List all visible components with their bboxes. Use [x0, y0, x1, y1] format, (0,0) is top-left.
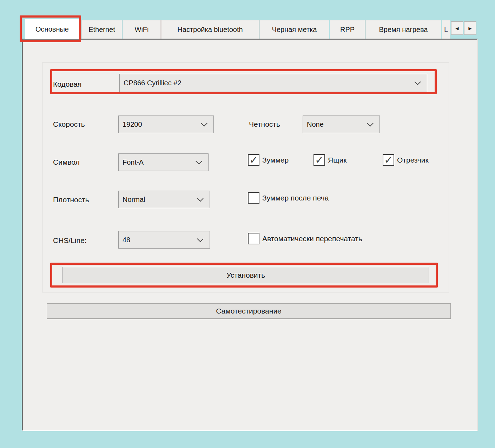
density-select[interactable]: Normal	[118, 191, 210, 208]
tab-osnovnye[interactable]: Основные	[25, 19, 79, 39]
drawer-checkbox-label: Ящик	[328, 156, 346, 164]
chevron-down-icon	[197, 236, 203, 242]
symbol-select[interactable]: Font-A	[118, 153, 209, 171]
tab-heat-time[interactable]: Время нагрева	[365, 20, 441, 39]
chevron-down-icon	[414, 79, 421, 85]
buzzer-checkbox[interactable]: ✓ Зуммер	[248, 154, 289, 166]
auto-reprint-checkbox[interactable]: Автоматически перепечатать	[248, 233, 362, 244]
settings-group-box	[42, 62, 449, 292]
checkbox-unchecked-icon	[248, 192, 259, 204]
checkbox-unchecked-icon	[248, 233, 259, 244]
codepage-value: CP866 Cyrilliec #2	[124, 79, 182, 87]
tab-scroll-left-button[interactable]: ◄	[451, 21, 463, 35]
checkbox-checked-icon: ✓	[314, 154, 325, 166]
arrow-left-icon: ◄	[455, 25, 460, 31]
symbol-value: Font-A	[123, 158, 144, 166]
tab-wifi[interactable]: WiFi	[123, 20, 161, 39]
codepage-label: Кодовая	[53, 80, 81, 89]
cutter-checkbox[interactable]: ✓ Отрезчик	[383, 154, 429, 166]
tab-rpp[interactable]: RPP	[330, 20, 365, 39]
tab-label: Время нагрева	[379, 26, 428, 34]
density-value: Normal	[123, 196, 145, 204]
tab-label: Основные	[35, 25, 69, 33]
set-button-label: Установить	[226, 271, 265, 279]
tab-bluetooth-setup[interactable]: Настройка bluetooth	[161, 20, 259, 39]
tab-partial[interactable]: L	[442, 20, 450, 39]
buzzer-after-print-checkbox[interactable]: Зуммер после печа	[248, 192, 329, 204]
chs-line-value: 48	[123, 236, 130, 244]
buzzer-after-print-label: Зуммер после печа	[262, 194, 329, 202]
parity-select[interactable]: None	[303, 116, 380, 133]
chevron-down-icon	[367, 120, 373, 126]
tab-label: Черная метка	[272, 26, 317, 34]
selftest-button-label: Самотестирование	[216, 307, 282, 315]
speed-value: 19200	[123, 120, 142, 129]
tab-scroll-right-button[interactable]: ►	[464, 21, 476, 35]
cutter-checkbox-label: Отрезчик	[397, 156, 429, 164]
codepage-select[interactable]: CP866 Cyrilliec #2	[119, 74, 427, 92]
tab-label: Настройка bluetooth	[177, 26, 243, 34]
auto-reprint-label: Автоматически перепечатать	[262, 235, 362, 243]
speed-select[interactable]: 19200	[118, 116, 214, 133]
chevron-down-icon	[197, 195, 203, 202]
set-button[interactable]: Установить	[62, 267, 429, 283]
parity-value: None	[307, 120, 324, 129]
checkbox-checked-icon: ✓	[248, 154, 259, 166]
symbol-label: Символ	[53, 158, 80, 167]
tab-label: Ethernet	[88, 26, 115, 34]
drawer-checkbox[interactable]: ✓ Ящик	[314, 154, 346, 166]
tab-ethernet[interactable]: Ethernet	[81, 20, 122, 39]
parity-label: Четность	[249, 120, 280, 129]
speed-label: Скорость	[53, 120, 85, 129]
arrow-right-icon: ►	[468, 25, 473, 31]
tab-label: WiFi	[135, 26, 149, 34]
checkbox-checked-icon: ✓	[383, 154, 394, 166]
chevron-down-icon	[196, 158, 202, 164]
chevron-down-icon	[201, 120, 207, 126]
tab-black-mark[interactable]: Черная метка	[259, 20, 329, 39]
chs-line-select[interactable]: 48	[118, 231, 210, 249]
buzzer-checkbox-label: Зуммер	[262, 156, 289, 164]
selftest-button[interactable]: Самотестирование	[47, 303, 451, 319]
tab-label: L	[444, 26, 448, 34]
chs-line-label: CHS/Line:	[53, 236, 87, 245]
density-label: Плотность	[53, 195, 89, 204]
tab-label: RPP	[340, 26, 355, 34]
